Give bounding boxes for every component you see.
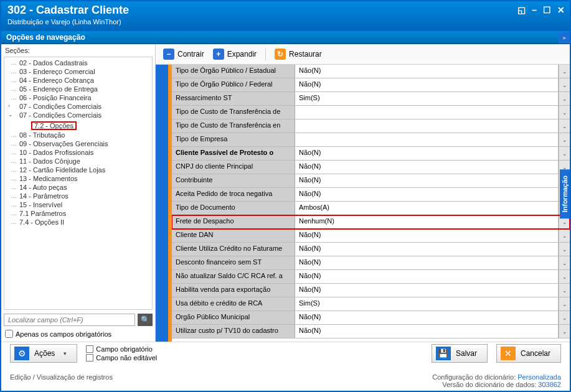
tree-item[interactable]: …15 - Inservível xyxy=(4,200,152,209)
cancelar-button[interactable]: ✕ Cancelar xyxy=(496,344,561,363)
row-value[interactable] xyxy=(295,133,559,146)
tree-bullet: … xyxy=(11,175,17,182)
window-title: 302 - Cadastrar Cliente xyxy=(7,4,564,17)
expander-icon[interactable]: › xyxy=(8,103,10,109)
row-label: Tipo de Documento xyxy=(172,202,295,215)
row-value[interactable] xyxy=(295,106,559,119)
tree-item[interactable]: …06 - Posição Financeira xyxy=(4,93,152,102)
row-value[interactable]: Não(N) xyxy=(295,65,559,78)
dropdown-icon[interactable]: ⌄ xyxy=(559,78,570,91)
search-button[interactable]: 🔍 xyxy=(138,314,153,326)
legend-box-noedit xyxy=(86,354,93,362)
row-label: Orgão Público Municipal xyxy=(172,311,295,324)
tree-item[interactable]: …10 - Dados Profissionais xyxy=(4,148,152,157)
tree-item[interactable]: …7.1 Parâmetros xyxy=(4,209,152,218)
expandir-button[interactable]: + Expandir xyxy=(210,47,259,61)
grid-row: Frete de DespachoNenhum(N)⌄ xyxy=(172,215,570,229)
tree-item[interactable]: …7.4 - Opções II xyxy=(4,218,152,226)
row-label: Não atualizar Saldo C/C RCA ref. a xyxy=(172,270,295,283)
expander-icon[interactable]: ⌄ xyxy=(8,111,13,118)
required-only-checkbox[interactable] xyxy=(5,330,13,338)
footer: ⚙ Ações ▾ Campo obrigatório Campo não ed… xyxy=(1,342,570,364)
maximize-icon[interactable]: ☐ xyxy=(543,5,551,15)
row-value[interactable]: Não(N) xyxy=(295,78,559,91)
row-value[interactable]: Não(N) xyxy=(295,284,559,297)
tree-item-label: 03 - Endereço Comercial xyxy=(19,68,95,75)
tree-item[interactable]: …14 - Parâmetros xyxy=(4,192,152,200)
row-value[interactable]: Não(N) xyxy=(295,270,559,283)
row-value[interactable]: Não(N) xyxy=(295,174,559,187)
row-value[interactable]: Sim(S) xyxy=(295,297,559,310)
tree-item[interactable]: …03 - Endereço Comercial xyxy=(4,67,152,76)
row-value[interactable]: Não(N) xyxy=(295,243,559,256)
salvar-button[interactable]: 💾 Salvar xyxy=(432,344,488,363)
row-value[interactable]: Nenhum(N) xyxy=(295,215,559,228)
tree-item[interactable]: …09 - Observações Gerenciais xyxy=(4,139,152,148)
sections-label: Seções: xyxy=(1,44,155,57)
row-value[interactable]: Ambos(A) xyxy=(295,202,559,215)
row-value[interactable]: Não(N) xyxy=(295,229,559,242)
row-value[interactable]: Não(N) xyxy=(295,325,559,338)
dropdown-icon[interactable]: ⌄ xyxy=(559,92,570,105)
row-label: Desconto financeiro sem ST xyxy=(172,256,295,269)
tree-item[interactable]: …08 - Tributação xyxy=(4,131,152,139)
legend-box-required xyxy=(86,345,93,353)
dropdown-icon[interactable]: ⌄ xyxy=(559,65,570,78)
row-value[interactable]: Não(N) xyxy=(295,147,559,160)
dropdown-icon[interactable]: ⌄ xyxy=(559,147,570,160)
restore-icon[interactable]: ◱ xyxy=(517,5,526,15)
acoes-button[interactable]: ⚙ Ações ▾ xyxy=(10,344,77,363)
tree-scroll[interactable]: …02 - Dados Cadastrais…03 - Endereço Com… xyxy=(4,57,153,310)
contrair-button[interactable]: − Contrair xyxy=(161,47,207,61)
grid-row: Tipo de Órgão Público / FederalNão(N)⌄ xyxy=(172,78,570,92)
tree-bullet: … xyxy=(11,157,17,164)
tree-item[interactable]: …05 - Endereço de Entrega xyxy=(4,85,152,93)
tree-item[interactable]: …12 - Cartão Fidelidade Lojas xyxy=(4,166,152,174)
tree-item-label: 04 - Endereço Cobrança xyxy=(19,77,94,84)
property-grid[interactable]: Tipo de Órgão Público / EstadualNão(N)⌄T… xyxy=(172,65,570,342)
row-label: Tipo de Órgão Público / Estadual xyxy=(172,65,295,78)
search-input[interactable] xyxy=(4,314,135,326)
tree-item[interactable]: ⌄07 - Condições Comerciais xyxy=(4,111,152,119)
row-value[interactable] xyxy=(295,119,559,133)
dropdown-icon[interactable]: ⌄ xyxy=(559,297,570,310)
version-link[interactable]: 303862 xyxy=(538,381,561,388)
row-value[interactable]: Não(N) xyxy=(295,256,559,269)
dropdown-icon[interactable]: ⌄ xyxy=(559,119,570,133)
tree-item[interactable]: …13 - Medicamentos xyxy=(4,174,152,183)
row-value[interactable]: Não(N) xyxy=(295,311,559,324)
tree-item[interactable]: 7.2 - Opções xyxy=(32,122,76,129)
row-label: Cliente Passível de Protesto o xyxy=(172,147,295,160)
tree-item-label: 10 - Dados Profissionais xyxy=(19,149,93,156)
restaurar-button[interactable]: ↻ Restaurar xyxy=(272,47,324,61)
grid-row: CNPJ do cliente PrincipalNão(N)⌄ xyxy=(172,161,570,174)
row-label: Aceita Pedido de troca negativa xyxy=(172,188,295,201)
status-bar: Edição / Visualização de registros Confi… xyxy=(10,373,561,388)
row-value[interactable]: Sim(S) xyxy=(295,92,559,105)
dropdown-icon[interactable]: ⌄ xyxy=(559,133,570,146)
config-link[interactable]: Personalizada xyxy=(517,373,561,381)
dropdown-icon[interactable]: ⌄ xyxy=(559,270,570,283)
info-tab[interactable]: Informação xyxy=(560,169,570,218)
tree-item[interactable]: …14 - Auto peças xyxy=(4,183,152,192)
grid-row: Habilita venda para exportaçãoNão(N)⌄ xyxy=(172,284,570,297)
dropdown-icon[interactable]: ⌄ xyxy=(559,106,570,119)
tree-item[interactable]: …04 - Endereço Cobrança xyxy=(4,76,152,85)
restore-icon: ↻ xyxy=(275,49,286,60)
dropdown-icon[interactable]: ⌄ xyxy=(559,311,570,324)
dropdown-icon[interactable]: ⌄ xyxy=(559,229,570,242)
tree-item[interactable]: …11 - Dados Cônjuge xyxy=(4,157,152,166)
row-value[interactable]: Não(N) xyxy=(295,161,559,174)
dropdown-icon[interactable]: ⌄ xyxy=(559,284,570,297)
dropdown-icon[interactable]: ⌄ xyxy=(559,256,570,269)
row-value[interactable]: Não(N) xyxy=(295,188,559,201)
central-panel: − Contrair + Expandir ↻ Restaurar Tipo d… xyxy=(156,44,570,342)
close-icon[interactable]: ✕ xyxy=(557,5,565,15)
dropdown-icon[interactable]: ⌄ xyxy=(559,325,570,338)
tree-item[interactable]: ›07 - Condições Comerciais xyxy=(4,102,152,111)
collapse-info-icon[interactable]: » xyxy=(559,32,570,44)
tree-item[interactable]: …02 - Dados Cadastrais xyxy=(4,58,152,67)
minimize-icon[interactable]: – xyxy=(532,5,537,15)
tree-item-label: 7.4 - Opções II xyxy=(19,218,64,226)
dropdown-icon[interactable]: ⌄ xyxy=(559,243,570,256)
